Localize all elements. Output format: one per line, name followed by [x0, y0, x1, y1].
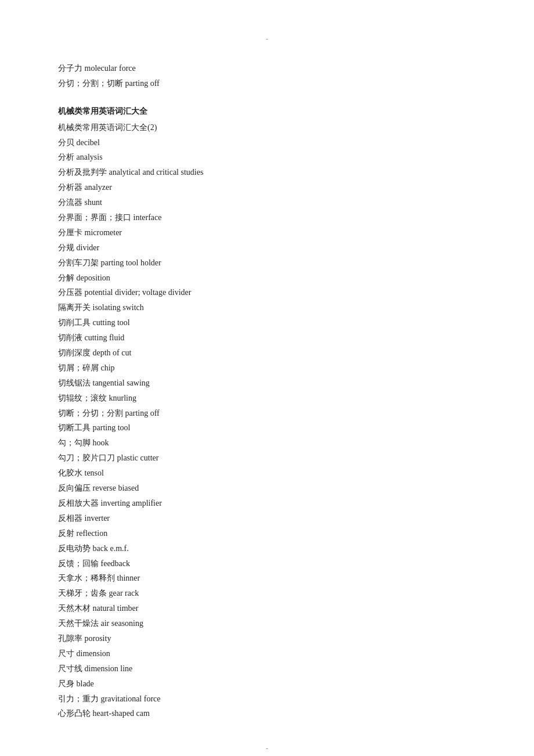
term-line: 反馈；回输 feedback [58, 556, 476, 571]
term-line: 尺身 blade [58, 676, 476, 692]
term-line: 分解 deposition [58, 271, 476, 286]
term-line: 机械类常用英语词汇大全(2) [58, 120, 476, 135]
term-line: 分规 divider [58, 240, 476, 255]
term-line: 分析及批判学 analytical and critical studies [58, 165, 476, 180]
page-container: - 分子力 molecular force分切；分割；切断 parting of… [0, 0, 534, 756]
term-line: 反相器 inverter [58, 511, 476, 526]
term-line: 切削液 cutting fluid [58, 330, 476, 345]
term-line: 机械类常用英语词汇大全 [58, 104, 476, 119]
term-line: 分厘卡 micrometer [58, 225, 476, 240]
term-line: 分析 analysis [58, 150, 476, 165]
term-line: 切辊纹；滚纹 knurling [58, 391, 476, 406]
term-line: 切断；分切；分割 parting off [58, 406, 476, 421]
term-line: 切削工具 cutting tool [58, 315, 476, 330]
terms-container: 分子力 molecular force分切；分割；切断 parting off机… [58, 61, 476, 721]
term-line: 分压器 potential divider; voltage divider [58, 285, 476, 300]
term-line: 切断工具 parting tool [58, 420, 476, 435]
term-line: 分切；分割；切断 parting off [58, 76, 476, 91]
term-line: 孔隙率 porosity [58, 631, 476, 646]
term-line: 分贝 decibel [58, 135, 476, 150]
term-line: 天然干燥法 air seasoning [58, 616, 476, 631]
term-line: 分子力 molecular force [58, 61, 476, 76]
term-line: 反向偏压 reverse biased [58, 481, 476, 496]
term-line: 切线锯法 tangential sawing [58, 376, 476, 391]
bottom-marker: - [58, 744, 476, 753]
term-line: 天然木材 natural timber [58, 601, 476, 616]
term-line: 反射 reflection [58, 526, 476, 541]
term-line: 心形凸轮 heart-shaped cam [58, 706, 476, 721]
term-line: 分割车刀架 parting tool holder [58, 255, 476, 271]
term-line: 分界面；界面；接口 interface [58, 210, 476, 225]
term-line: 引力；重力 gravitational force [58, 692, 476, 707]
term-line: 分流器 shunt [58, 195, 476, 210]
term-line: 隔离开关 isolating switch [58, 300, 476, 315]
term-line: 分析器 analyzer [58, 180, 476, 195]
term-line: 尺寸 dimension [58, 646, 476, 661]
term-line: 勾刀；胶片口刀 plastic cutter [58, 451, 476, 466]
term-line: 尺寸线 dimension line [58, 661, 476, 676]
term-line: 切屑；碎屑 chip [58, 361, 476, 376]
term-line: 天拿水；稀释剂 thinner [58, 571, 476, 586]
term-line: 反电动势 back e.m.f. [58, 541, 476, 556]
term-line: 化胶水 tensol [58, 466, 476, 481]
top-marker: - [58, 35, 476, 44]
term-line: 勾；勾脚 hook [58, 435, 476, 451]
term-line: 切削深度 depth of cut [58, 345, 476, 361]
term-line: 天梯牙；齿条 gear rack [58, 586, 476, 601]
term-line: 反相放大器 inverting amplifier [58, 496, 476, 511]
spacer [58, 91, 476, 98]
